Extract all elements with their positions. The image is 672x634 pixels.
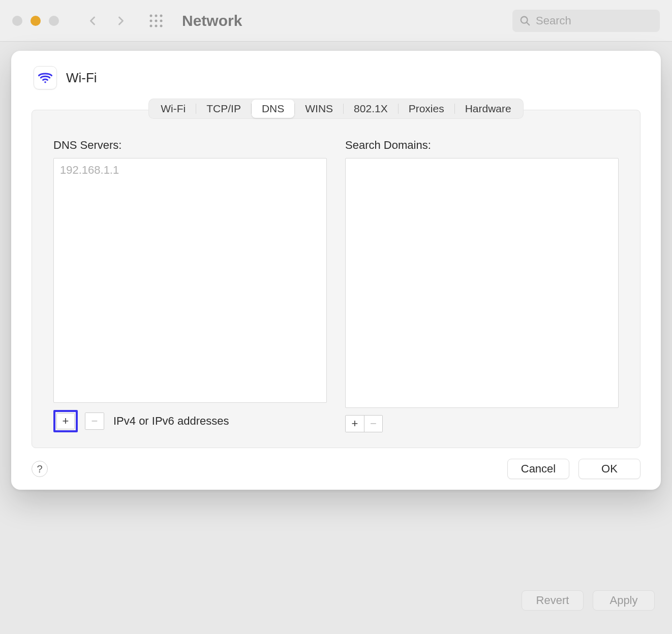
- plus-icon: +: [63, 415, 69, 428]
- wifi-service-icon: [34, 66, 57, 89]
- cancel-button[interactable]: Cancel: [507, 459, 569, 479]
- remove-search-domain-button[interactable]: −: [364, 416, 382, 432]
- sheet-footer-buttons: Cancel OK: [507, 459, 640, 479]
- chevron-left-icon: [85, 14, 100, 28]
- background-footer: Revert Apply: [522, 590, 655, 611]
- dns-servers-actions: + − IPv4 or IPv6 addresses: [53, 410, 327, 432]
- nav-arrows: [85, 14, 128, 28]
- tab-proxies[interactable]: Proxies: [399, 100, 454, 118]
- svg-point-7: [155, 24, 158, 27]
- search-icon: [520, 15, 531, 26]
- ok-button[interactable]: OK: [578, 459, 640, 479]
- minus-icon: −: [370, 417, 377, 430]
- tab-tcpip[interactable]: TCP/IP: [196, 100, 251, 118]
- svg-point-1: [155, 14, 158, 17]
- dns-servers-list[interactable]: 192.168.1.1: [53, 158, 327, 403]
- svg-point-8: [160, 24, 163, 27]
- add-dns-highlight: +: [53, 410, 78, 432]
- forward-button[interactable]: [114, 14, 128, 28]
- search-domains-label: Search Domains:: [345, 139, 619, 152]
- svg-point-2: [160, 14, 163, 17]
- svg-point-5: [160, 19, 163, 22]
- dns-servers-label: DNS Servers:: [53, 139, 327, 152]
- sheet-header: Wi-Fi: [11, 51, 661, 99]
- minus-icon: −: [91, 415, 98, 428]
- window-close-button[interactable]: [12, 16, 22, 26]
- search-field[interactable]: [512, 10, 660, 32]
- back-button[interactable]: [85, 14, 100, 28]
- svg-line-10: [527, 22, 530, 25]
- tab-8021x[interactable]: 802.1X: [344, 100, 398, 118]
- tab-bar: Wi-Fi TCP/IP DNS WINS 802.1X Proxies Har…: [148, 99, 523, 119]
- wifi-icon: [38, 70, 53, 85]
- apply-button[interactable]: Apply: [593, 590, 655, 611]
- dns-panel: DNS Servers: 192.168.1.1 + − IP: [32, 110, 640, 448]
- svg-point-11: [44, 81, 46, 83]
- tab-wins[interactable]: WINS: [295, 100, 343, 118]
- dns-hint: IPv4 or IPv6 addresses: [113, 415, 229, 428]
- show-all-button[interactable]: [148, 13, 164, 28]
- search-domains-column: Search Domains: + −: [345, 139, 619, 432]
- window-toolbar: Network: [0, 0, 672, 42]
- window-minimize-button[interactable]: [30, 16, 41, 26]
- add-search-domain-button[interactable]: +: [346, 416, 364, 432]
- help-button[interactable]: ?: [32, 461, 48, 477]
- tab-wifi[interactable]: Wi-Fi: [150, 100, 196, 118]
- dns-server-entry[interactable]: 192.168.1.1: [60, 164, 320, 177]
- traffic-lights: [12, 16, 59, 26]
- tab-hardware[interactable]: Hardware: [455, 100, 522, 118]
- sheet-footer: ? Cancel OK: [11, 448, 661, 490]
- dns-servers-column: DNS Servers: 192.168.1.1 + − IP: [53, 139, 327, 432]
- search-domains-actions: + −: [345, 415, 619, 432]
- toolbar-title: Network: [182, 12, 242, 29]
- svg-point-0: [150, 14, 152, 17]
- sheet-title: Wi-Fi: [66, 70, 97, 86]
- plus-icon: +: [352, 417, 358, 430]
- wifi-advanced-sheet: Wi-Fi Wi-Fi TCP/IP DNS WINS 802.1X Proxi…: [11, 51, 661, 490]
- svg-point-3: [150, 19, 152, 22]
- tabs-container: Wi-Fi TCP/IP DNS WINS 802.1X Proxies Har…: [11, 99, 661, 119]
- search-domains-list[interactable]: [345, 158, 619, 408]
- remove-dns-server-button[interactable]: −: [85, 413, 104, 429]
- svg-point-4: [155, 19, 158, 22]
- add-dns-server-button[interactable]: +: [56, 413, 75, 429]
- search-input[interactable]: [536, 14, 653, 27]
- help-icon: ?: [37, 463, 42, 475]
- revert-button[interactable]: Revert: [522, 590, 584, 611]
- tab-dns[interactable]: DNS: [252, 100, 294, 118]
- svg-point-6: [150, 24, 152, 27]
- window-zoom-button[interactable]: [49, 16, 59, 26]
- grid-icon: [148, 13, 164, 28]
- chevron-right-icon: [114, 14, 128, 28]
